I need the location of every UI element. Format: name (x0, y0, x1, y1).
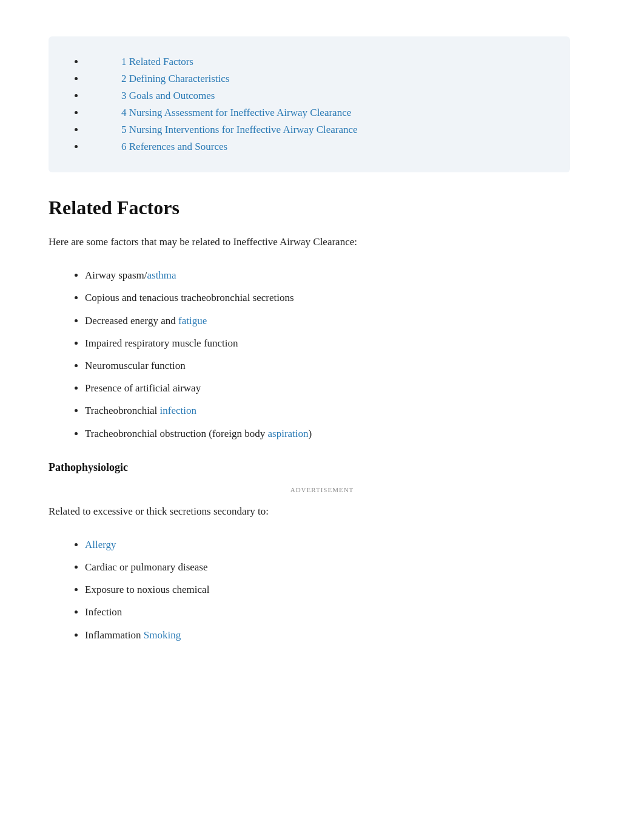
item-text: Inflammation Smoking (85, 629, 181, 641)
infection-link[interactable]: infection (160, 405, 196, 416)
item-text: Airway spasm/asthma (85, 269, 176, 281)
item-text: Cardiac or pulmonary disease (85, 561, 208, 573)
toc-link-2[interactable]: 2 Defining Characteristics (121, 73, 229, 84)
table-of-contents: 1 Related Factors 2 Defining Characteris… (49, 36, 595, 172)
list-item: Presence of artificial airway (85, 380, 595, 396)
list-item: Cardiac or pulmonary disease (85, 559, 595, 575)
pathophysiologic-intro: Related to excessive or thick secretions… (49, 503, 595, 519)
item-text: Impaired respiratory muscle function (85, 337, 238, 349)
related-factors-intro: Here are some factors that may be relate… (49, 234, 595, 250)
list-item: Tracheobronchial obstruction (foreign bo… (85, 425, 595, 442)
pathophysiologic-subsection: Pathophysiologic ADVERTISEMENT Related t… (49, 461, 595, 643)
related-factors-section: Related Factors Here are some factors th… (49, 197, 595, 643)
list-item: Neuromuscular function (85, 357, 595, 374)
toc-link-1[interactable]: 1 Related Factors (121, 56, 193, 67)
list-item: Decreased energy and fatigue (85, 313, 595, 329)
toc-link-6[interactable]: 6 References and Sources (121, 141, 227, 152)
toc-item-3[interactable]: 3 Goals and Outcomes (85, 90, 546, 102)
list-item: Exposure to noxious chemical (85, 581, 595, 598)
toc-link-4[interactable]: 4 Nursing Assessment for Ineffective Air… (121, 107, 351, 118)
related-factors-title: Related Factors (49, 197, 595, 219)
general-factors-list: Airway spasm/asthma Copious and tenaciou… (49, 267, 595, 442)
toc-link-5[interactable]: 5 Nursing Interventions for Ineffective … (121, 124, 358, 135)
fatigue-link[interactable]: fatigue (178, 315, 207, 326)
item-text: Presence of artificial airway (85, 382, 201, 394)
item-text: Tracheobronchial infection (85, 405, 196, 416)
list-item: Allergy (85, 536, 595, 553)
toc-item-5[interactable]: 5 Nursing Interventions for Ineffective … (85, 124, 546, 136)
list-item: Airway spasm/asthma (85, 267, 595, 283)
asthma-link[interactable]: asthma (147, 269, 176, 281)
pathophysiologic-title: Pathophysiologic (49, 461, 595, 474)
toc-list: 1 Related Factors 2 Defining Characteris… (73, 56, 546, 153)
pathophysiologic-list: Allergy Cardiac or pulmonary disease Exp… (49, 536, 595, 643)
item-text: Neuromuscular function (85, 360, 186, 371)
list-item: Impaired respiratory muscle function (85, 335, 595, 351)
toc-link-3[interactable]: 3 Goals and Outcomes (121, 90, 215, 101)
toc-item-2[interactable]: 2 Defining Characteristics (85, 73, 546, 85)
list-item: Infection (85, 604, 595, 620)
list-item: Inflammation Smoking (85, 627, 595, 643)
toc-box: 1 Related Factors 2 Defining Characteris… (49, 36, 570, 172)
item-text: Copious and tenacious tracheobronchial s… (85, 292, 294, 303)
item-text: Tracheobronchial obstruction (foreign bo… (85, 428, 312, 439)
advertisement-label: ADVERTISEMENT (49, 486, 595, 493)
item-text: Infection (85, 606, 122, 618)
item-text: Exposure to noxious chemical (85, 584, 209, 595)
toc-item-6[interactable]: 6 References and Sources (85, 141, 546, 153)
aspiration-link[interactable]: aspiration (268, 428, 309, 439)
toc-item-1[interactable]: 1 Related Factors (85, 56, 546, 68)
toc-item-4[interactable]: 4 Nursing Assessment for Ineffective Air… (85, 107, 546, 119)
list-item: Copious and tenacious tracheobronchial s… (85, 289, 595, 306)
allergy-link[interactable]: Allergy (85, 539, 116, 550)
smoking-link[interactable]: Smoking (144, 629, 181, 641)
list-item: Tracheobronchial infection (85, 402, 595, 419)
item-text: Decreased energy and fatigue (85, 315, 207, 326)
